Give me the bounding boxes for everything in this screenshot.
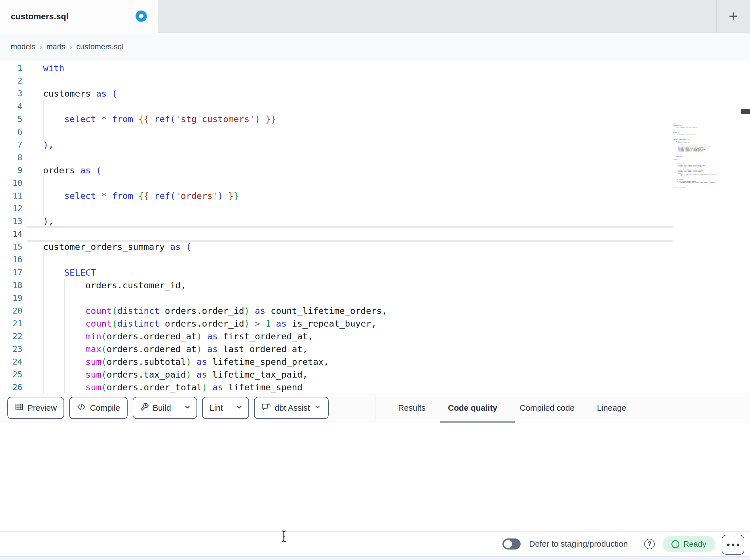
chevron-down-icon — [314, 403, 321, 413]
compile-button[interactable]: Compile — [69, 397, 127, 419]
code-line[interactable]: 1with — [0, 62, 750, 75]
code-line-text: sum(orders.order_total) as lifetime_spen… — [27, 381, 750, 393]
line-number: 17 — [0, 266, 27, 279]
toolbar-buttons: Preview Compile — [7, 397, 329, 419]
plus-icon: + — [729, 8, 738, 24]
new-tab-button[interactable]: + — [726, 9, 741, 23]
code-line[interactable]: 20 count(distinct orders.order_id) as co… — [0, 305, 750, 317]
indent-guide — [64, 381, 65, 393]
indent-guide — [64, 330, 65, 343]
breadcrumb-file: customers.sql — [76, 42, 124, 51]
indent-guide — [43, 202, 44, 215]
code-line[interactable]: 12 — [0, 202, 750, 215]
code-line-text — [27, 228, 750, 241]
code-line-text: max(orders.ordered_at) as last_ordered_a… — [27, 343, 750, 355]
code-line[interactable]: 19 — [0, 292, 750, 305]
code-line[interactable]: 8 — [0, 151, 750, 164]
code-line[interactable]: 16 — [0, 253, 750, 266]
code-line-text — [27, 253, 750, 266]
code-line-text: with — [27, 62, 750, 75]
tab-code-quality[interactable]: Code quality — [448, 403, 497, 413]
line-number: 5 — [0, 113, 27, 125]
breadcrumb-separator: › — [65, 43, 76, 51]
code-line[interactable]: 21 count(distinct orders.order_id) > 1 a… — [0, 317, 750, 330]
assist-sparkle-chat-icon — [261, 402, 271, 414]
code-line[interactable]: 22 min(orders.ordered_at) as first_order… — [0, 330, 750, 343]
code-line[interactable]: 26 sum(orders.order_total) as lifetime_s… — [0, 381, 750, 393]
code-line-text: select * from {{ ref('stg_customers') }} — [27, 113, 750, 125]
line-number: 7 — [0, 139, 27, 151]
indent-guide — [43, 253, 44, 266]
code-line[interactable]: 4 — [0, 100, 750, 113]
indent-guide — [43, 330, 44, 343]
code-line[interactable]: 6 — [0, 125, 750, 138]
build-button-label: Build — [153, 403, 171, 413]
unsaved-changes-dot-icon — [136, 11, 147, 22]
code-line[interactable]: 24 sum(orders.subtotal) as lifetime_spen… — [0, 355, 750, 368]
more-options-button[interactable] — [722, 535, 744, 555]
tab-lineage[interactable]: Lineage — [597, 403, 626, 413]
line-number: 22 — [0, 330, 27, 343]
indent-guide — [43, 279, 44, 292]
breadcrumb-marts[interactable]: marts — [46, 42, 65, 51]
code-line-text: SELECT — [27, 266, 750, 279]
indent-guide — [43, 305, 44, 317]
line-number: 1 — [0, 62, 27, 75]
defer-toggle[interactable] — [502, 538, 520, 549]
line-number: 2 — [0, 75, 27, 87]
code-line[interactable]: 7), — [0, 139, 750, 151]
code-line[interactable]: 17 SELECT — [0, 266, 750, 279]
tab-compiled-code[interactable]: Compiled code — [520, 403, 574, 413]
tab-customers-sql[interactable]: customers.sql — [0, 0, 158, 33]
code-line-text — [27, 125, 750, 138]
code-line[interactable]: 9orders as ( — [0, 164, 750, 177]
code-line-text — [27, 75, 750, 87]
lint-button[interactable]: Lint — [202, 397, 249, 419]
preview-button-label: Preview — [27, 403, 57, 413]
line-number: 10 — [0, 177, 27, 189]
code-line[interactable]: 25 sum(orders.tax_paid) as lifetime_tax_… — [0, 368, 750, 381]
code-lines: 1with23customers as (45 select * from {{… — [0, 62, 750, 393]
indent-guide — [64, 279, 65, 292]
code-line-text: count(distinct orders.order_id) > 1 as i… — [27, 317, 750, 330]
wrench-icon — [140, 402, 149, 413]
code-line[interactable]: 23 max(orders.ordered_at) as last_ordere… — [0, 343, 750, 355]
code-line[interactable]: 3customers as ( — [0, 87, 750, 100]
line-number: 16 — [0, 253, 27, 266]
code-line[interactable]: 2 — [0, 75, 750, 87]
build-button[interactable]: Build — [133, 397, 197, 419]
preview-button[interactable]: Preview — [7, 397, 64, 419]
line-number: 12 — [0, 202, 27, 215]
ellipsis-icon — [732, 544, 734, 546]
chevron-down-icon — [235, 403, 243, 413]
code-line[interactable]: 5 select * from {{ ref('stg_customers') … — [0, 113, 750, 125]
dbt-assist-button[interactable]: dbt Assist — [254, 397, 329, 419]
compile-button-label: Compile — [90, 403, 120, 413]
build-dropdown-button[interactable] — [178, 397, 197, 418]
indent-guide — [43, 368, 44, 381]
code-line[interactable]: 10 — [0, 177, 750, 189]
tab-results[interactable]: Results — [398, 403, 426, 413]
code-editor[interactable]: 1with23customers as (45 select * from {{… — [0, 61, 750, 393]
status-badge: Ready — [663, 536, 715, 552]
code-line-text: ), — [27, 215, 750, 228]
table-icon — [15, 402, 23, 413]
code-line[interactable]: 13), — [0, 215, 750, 228]
status-bar: Defer to staging/production ? Ready — [0, 532, 750, 556]
indent-guide — [64, 317, 65, 330]
code-line-text: customer_orders_summary as ( — [27, 241, 750, 253]
result-tabs: Results Code quality Compiled code Linea… — [398, 393, 626, 423]
indent-guide — [43, 177, 44, 189]
code-line[interactable]: 15customer_orders_summary as ( — [0, 241, 750, 253]
line-number: 20 — [0, 305, 27, 317]
editor-tab-bar: customers.sql + — [0, 0, 750, 33]
breadcrumb: models › marts › customers.sql — [11, 33, 124, 61]
code-line-text — [27, 177, 750, 189]
line-number: 15 — [0, 241, 27, 253]
code-line[interactable]: 14 — [0, 228, 750, 241]
code-line[interactable]: 11 select * from {{ ref('orders') }} — [0, 189, 750, 202]
breadcrumb-models[interactable]: models — [11, 42, 36, 51]
lint-dropdown-button[interactable] — [230, 397, 249, 418]
help-icon[interactable]: ? — [644, 539, 655, 549]
code-line[interactable]: 18 orders.customer_id, — [0, 279, 750, 292]
